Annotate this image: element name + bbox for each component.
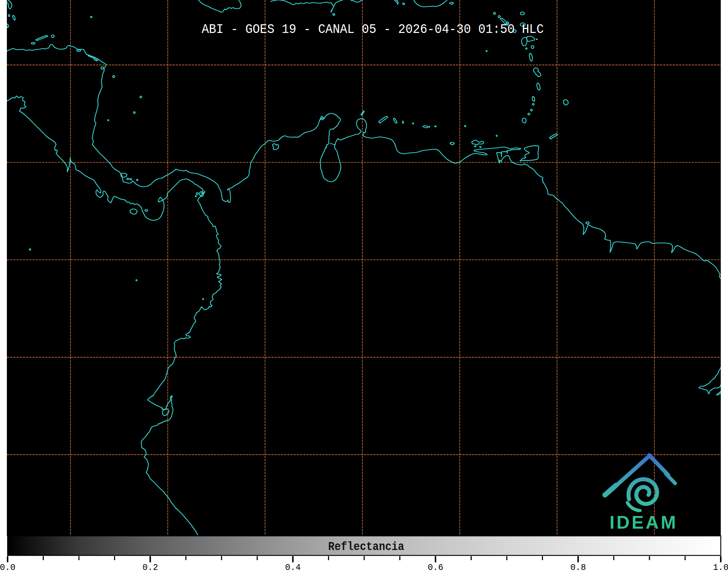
svg-text:ABI - GOES 19 - CANAL 05 - 202: ABI - GOES 19 - CANAL 05 - 2026-04-30 01…: [202, 22, 544, 37]
svg-text:0.6: 0.6: [428, 563, 443, 571]
svg-text:0.8: 0.8: [570, 563, 586, 571]
svg-text:0.2: 0.2: [142, 563, 158, 571]
svg-text:0.0: 0.0: [0, 563, 16, 571]
svg-text:IDEAM: IDEAM: [610, 512, 678, 533]
svg-text:1.0: 1.0: [713, 563, 728, 571]
svg-text:Reflectancia: Reflectancia: [328, 540, 404, 554]
svg-text:0.4: 0.4: [285, 563, 300, 571]
